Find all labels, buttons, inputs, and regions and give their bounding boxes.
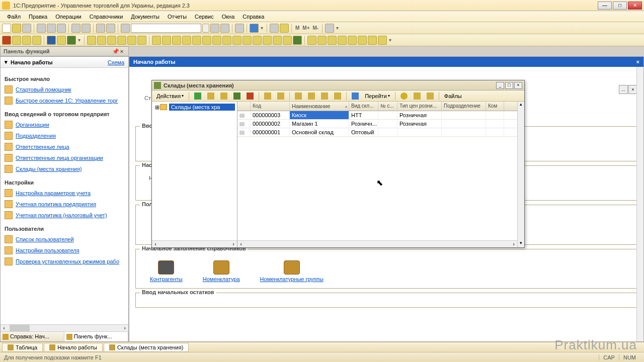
tb2-icon[interactable]: [137, 36, 146, 45]
filter-icon[interactable]: [292, 92, 304, 101]
print-icon[interactable]: [71, 24, 80, 33]
tb2-icon[interactable]: [12, 36, 21, 45]
scheme-link[interactable]: Схема: [108, 59, 124, 65]
tb2-icon[interactable]: [263, 36, 272, 45]
tb2-icon[interactable]: [32, 36, 41, 45]
sidebar-header[interactable]: ▾ Начало работы Схема: [1, 57, 128, 68]
tb2-icon[interactable]: [253, 36, 262, 45]
taskbar-item[interactable]: Начало работы: [44, 343, 103, 352]
filter2-icon[interactable]: [305, 92, 317, 101]
col-type[interactable]: Вид скл...: [349, 102, 378, 111]
sidebar-item[interactable]: Организации: [3, 119, 126, 130]
sidebar-item[interactable]: Ответственные лица организации: [3, 152, 126, 163]
inner-minimize-button[interactable]: _: [496, 82, 504, 89]
tb2-icon[interactable]: [368, 36, 377, 45]
grid-row[interactable]: 000000003 Киоск НТТ Розничная: [237, 111, 517, 120]
menu-service[interactable]: Сервис: [191, 13, 218, 21]
tb2-icon[interactable]: [358, 36, 367, 45]
sidebar-item[interactable]: Склады (места хранения): [3, 163, 126, 174]
expand-icon[interactable]: ⊞: [154, 104, 160, 111]
tree-root-row[interactable]: ⊞ Склады (места хра: [152, 103, 237, 112]
menu-reports[interactable]: Отчеты: [164, 13, 191, 21]
actions-button[interactable]: Действия▾: [154, 92, 186, 101]
taskbar-item[interactable]: Таблица: [2, 343, 43, 352]
tb2-icon[interactable]: [348, 36, 357, 45]
sidebar-item[interactable]: Проверка установленных режимов рабо: [3, 256, 126, 267]
redo-icon[interactable]: [106, 24, 115, 33]
find-next-icon[interactable]: [210, 24, 219, 33]
grid-row[interactable]: 000000001 Основной склад Оптовый: [237, 128, 517, 137]
sidebar-tab-funcpanel[interactable]: Панель функ...: [64, 332, 128, 341]
tb2-icon[interactable]: [283, 36, 292, 45]
sidebar-item[interactable]: Ответственные лица: [3, 141, 126, 152]
tb2-icon[interactable]: [328, 36, 337, 45]
move-icon[interactable]: [275, 92, 287, 101]
delete-icon[interactable]: [244, 92, 256, 101]
add-group-icon[interactable]: [205, 92, 217, 101]
menu-windows[interactable]: Окна: [218, 13, 239, 21]
filter3-icon[interactable]: [318, 92, 331, 101]
search-dropdown-icon[interactable]: [202, 24, 209, 33]
mem-m[interactable]: M: [294, 25, 300, 31]
menu-catalogs[interactable]: Справочники: [86, 13, 127, 21]
sidebar-item[interactable]: Стартовый помощник: [3, 84, 126, 95]
pin-icon[interactable]: 📌: [112, 48, 118, 54]
help-icon[interactable]: [398, 92, 410, 101]
calc-icon[interactable]: [270, 24, 279, 33]
tb2-icon[interactable]: [22, 36, 31, 45]
add-icon[interactable]: [192, 92, 204, 101]
tb2-icon[interactable]: [97, 36, 106, 45]
maximize-button[interactable]: □: [613, 2, 627, 10]
sidebar-item[interactable]: Настройки пользователя: [3, 245, 126, 256]
tb2-icon[interactable]: [202, 36, 211, 45]
copy-icon[interactable]: [218, 92, 230, 101]
inner-maximize-button[interactable]: □: [505, 82, 513, 89]
tb2-icon[interactable]: [273, 36, 282, 45]
paste-icon[interactable]: [57, 24, 66, 33]
col-dept[interactable]: Подразделение: [442, 102, 486, 111]
clone-icon[interactable]: [235, 24, 244, 33]
search-input[interactable]: [131, 24, 201, 33]
mem-mminus[interactable]: M-: [312, 25, 320, 31]
search-icon[interactable]: [121, 24, 130, 33]
tb2-icon[interactable]: [317, 36, 327, 45]
mem-mplus[interactable]: M+: [301, 25, 310, 31]
tree-icon[interactable]: [262, 92, 274, 101]
tb2-icon[interactable]: [307, 36, 316, 45]
files-button[interactable]: Файлы: [442, 92, 464, 101]
tb2-icon[interactable]: [87, 36, 96, 45]
tb2-dropdown[interactable]: ▾: [77, 37, 82, 43]
edit-icon[interactable]: [231, 92, 243, 101]
preview-icon[interactable]: [82, 24, 91, 33]
sidebar-hscroll[interactable]: ‹›: [1, 324, 128, 331]
tb2-icon[interactable]: [378, 36, 387, 45]
menu-help[interactable]: Справка: [238, 13, 268, 21]
tb2-icon[interactable]: [57, 36, 66, 45]
sidebar-item[interactable]: Список пользователей: [3, 234, 126, 245]
wrench-icon[interactable]: [325, 24, 334, 33]
save-icon[interactable]: [22, 24, 31, 33]
sidebar-tab-help[interactable]: Справка: Нач...: [1, 332, 64, 341]
sidebar-item[interactable]: Подразделения: [3, 130, 126, 141]
panel-close-icon[interactable]: ×: [118, 48, 125, 54]
tb2-icon[interactable]: [117, 36, 126, 45]
taskbar-item[interactable]: Склады (места хранения): [104, 343, 189, 352]
list-icon[interactable]: [411, 92, 423, 101]
col-com[interactable]: Ком: [486, 102, 504, 111]
col-seq[interactable]: № с...: [378, 102, 397, 111]
info-icon[interactable]: [250, 24, 259, 33]
tile-nomenclature-groups[interactable]: Номенклатурные группы: [260, 260, 324, 282]
menu-operations[interactable]: Операции: [51, 13, 85, 21]
col-price[interactable]: Тип цен розни...: [397, 102, 442, 111]
inner-close-button[interactable]: ×: [514, 82, 522, 89]
tree-hscroll[interactable]: ‹›: [152, 240, 237, 247]
new-icon[interactable]: [2, 24, 11, 33]
grid-row[interactable]: 000000002 Магазин 1 Розничн... Розничная: [237, 120, 517, 128]
mdi-vscroll[interactable]: [636, 67, 643, 341]
tb2-icon[interactable]: [152, 36, 161, 45]
funnel-icon[interactable]: [332, 92, 344, 101]
inner-window-titlebar[interactable]: Склады (места хранения) _ □ ×: [152, 80, 524, 90]
tile-nomenclature[interactable]: Номенклатура: [203, 260, 240, 282]
menu-file[interactable]: Файл: [3, 13, 25, 21]
grid-vscroll[interactable]: ▴▾: [517, 102, 524, 247]
